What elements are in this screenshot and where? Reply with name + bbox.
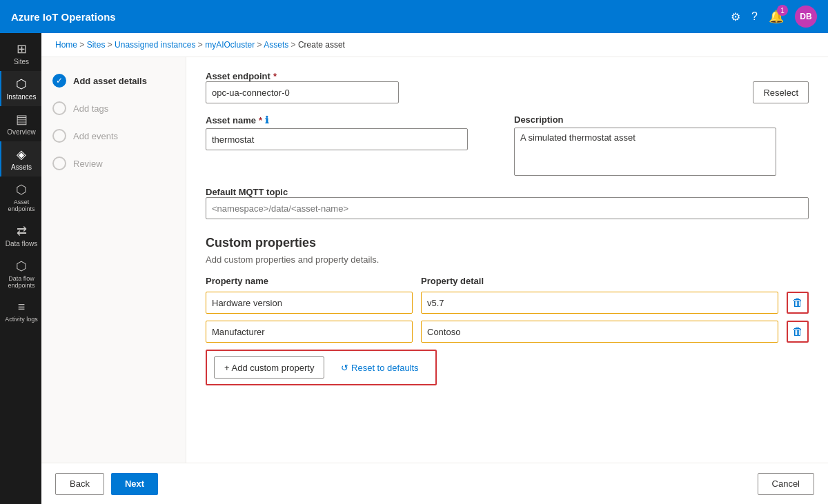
settings-icon[interactable]: ⚙ bbox=[731, 10, 740, 23]
step-label-add-asset-details: Add asset details bbox=[73, 76, 147, 86]
delete-property-button-0[interactable]: 🗑 bbox=[787, 292, 809, 314]
assets-icon: ◈ bbox=[17, 147, 26, 162]
sidebar-item-asset-endpoints[interactable]: ⬡ Asset endpoints bbox=[0, 177, 41, 218]
info-icon-asset-name[interactable]: ℹ bbox=[265, 114, 268, 125]
sidebar-item-overview[interactable]: ▤ Overview bbox=[0, 106, 41, 141]
description-group: Description A simulated thermostat asset bbox=[514, 114, 809, 176]
mqtt-topic-label: Default MQTT topic bbox=[206, 187, 809, 197]
breadcrumb-unassigned[interactable]: Unassigned instances bbox=[115, 40, 195, 50]
form-panel: Asset endpoint * Reselect Asset name bbox=[186, 57, 828, 463]
cancel-button[interactable]: Cancel bbox=[758, 473, 814, 495]
asset-name-label: Asset name * ℹ bbox=[206, 114, 500, 125]
notification-badge: 1 bbox=[777, 5, 788, 16]
sidebar-label-instances: Instances bbox=[7, 93, 37, 101]
sites-icon: ⊞ bbox=[17, 41, 27, 57]
mqtt-topic-section: Default MQTT topic bbox=[206, 187, 809, 219]
property-name-input-0[interactable] bbox=[206, 292, 413, 314]
sidebar-item-data-flow-endpoints[interactable]: ⬡ Data flow endpoints bbox=[0, 253, 41, 294]
property-detail-header: Property detail bbox=[421, 276, 809, 286]
avatar[interactable]: DB bbox=[795, 6, 817, 28]
wizard-panel: ✓ Add asset details Add tags Add events … bbox=[41, 57, 186, 463]
topbar-icons: ⚙ ? 🔔 1 DB bbox=[731, 6, 817, 28]
sidebar-label-asset-endpoints: Asset endpoints bbox=[4, 199, 39, 212]
breadcrumb-cluster[interactable]: myAIOcluster bbox=[205, 40, 255, 50]
sidebar-label-data-flows: Data flows bbox=[6, 240, 38, 248]
step-label-review: Review bbox=[73, 159, 103, 169]
breadcrumb-sites[interactable]: Sites bbox=[87, 40, 106, 50]
property-row-1: 🗑 bbox=[206, 321, 809, 343]
overview-icon: ▤ bbox=[16, 112, 28, 127]
asset-endpoint-section: Asset endpoint * Reselect bbox=[206, 71, 809, 103]
step-circle-4 bbox=[52, 157, 66, 170]
mqtt-topic-input[interactable] bbox=[206, 197, 809, 219]
property-row-0: 🗑 bbox=[206, 292, 809, 314]
content-area: Home > Sites > Unassigned instances > my… bbox=[41, 33, 828, 504]
asset-name-description-row: Asset name * ℹ Description A simulated t… bbox=[206, 114, 809, 176]
description-input[interactable]: A simulated thermostat asset bbox=[514, 128, 776, 176]
delete-property-button-1[interactable]: 🗑 bbox=[787, 321, 809, 343]
bottom-bar: Back Next Cancel bbox=[41, 463, 828, 504]
instances-icon: ⬡ bbox=[16, 77, 27, 92]
wizard-step-review[interactable]: Review bbox=[52, 157, 175, 170]
required-asterisk-endpoint: * bbox=[273, 71, 277, 81]
breadcrumb: Home > Sites > Unassigned instances > my… bbox=[41, 33, 828, 57]
reset-to-defaults-button[interactable]: ↺ Reset to defaults bbox=[331, 356, 428, 379]
sidebar-label-overview: Overview bbox=[7, 128, 36, 136]
topbar: Azure IoT Operations ⚙ ? 🔔 1 DB bbox=[0, 0, 828, 33]
description-label: Description bbox=[514, 114, 809, 125]
asset-name-input[interactable] bbox=[206, 128, 468, 150]
required-asterisk-name: * bbox=[259, 115, 262, 125]
wizard-step-add-events[interactable]: Add events bbox=[52, 129, 175, 143]
sidebar-item-data-flows[interactable]: ⇄ Data flows bbox=[0, 218, 41, 253]
sidebar-label-assets: Assets bbox=[11, 163, 32, 171]
sidebar-label-activity-logs: Activity logs bbox=[5, 316, 38, 323]
reselect-button[interactable]: Reselect bbox=[753, 81, 809, 103]
sidebar: ⊞ Sites ⬡ Instances ▤ Overview ◈ Assets … bbox=[0, 33, 41, 504]
property-detail-input-0[interactable] bbox=[421, 292, 778, 314]
custom-properties-title: Custom properties bbox=[206, 236, 809, 250]
step-circle-2 bbox=[52, 101, 66, 115]
property-name-header: Property name bbox=[206, 276, 413, 286]
app-title: Azure IoT Operations bbox=[11, 11, 722, 23]
breadcrumb-assets[interactable]: Assets bbox=[264, 40, 288, 50]
step-label-add-events: Add events bbox=[73, 131, 118, 141]
asset-name-group: Asset name * ℹ bbox=[206, 114, 500, 176]
asset-endpoints-icon: ⬡ bbox=[16, 182, 27, 197]
endpoint-input-wrap bbox=[206, 81, 747, 103]
sidebar-label-sites: Sites bbox=[14, 58, 29, 65]
sidebar-item-activity-logs[interactable]: ≡ Activity logs bbox=[0, 294, 41, 328]
next-button[interactable]: Next bbox=[111, 473, 158, 495]
property-detail-input-1[interactable] bbox=[421, 321, 778, 343]
custom-properties-desc: Add custom properties and property detai… bbox=[206, 254, 809, 265]
sidebar-item-sites[interactable]: ⊞ Sites bbox=[0, 36, 41, 71]
endpoint-row: Reselect bbox=[206, 81, 809, 103]
help-icon[interactable]: ? bbox=[751, 10, 758, 23]
activity-logs-icon: ≡ bbox=[18, 300, 26, 314]
notification-icon[interactable]: 🔔 1 bbox=[769, 9, 784, 24]
property-headers: Property name Property detail bbox=[206, 276, 809, 286]
sidebar-item-instances[interactable]: ⬡ Instances bbox=[0, 71, 41, 106]
wizard-step-add-tags[interactable]: Add tags bbox=[52, 101, 175, 115]
step-label-add-tags: Add tags bbox=[73, 103, 108, 114]
data-flow-endpoints-icon: ⬡ bbox=[16, 259, 27, 274]
custom-properties-section: Custom properties Add custom properties … bbox=[206, 236, 809, 385]
add-custom-property-button[interactable]: + Add custom property bbox=[214, 356, 324, 379]
property-name-input-1[interactable] bbox=[206, 321, 413, 343]
back-button[interactable]: Back bbox=[55, 473, 104, 495]
asset-endpoint-label: Asset endpoint * bbox=[206, 71, 809, 81]
wizard-step-add-asset-details[interactable]: ✓ Add asset details bbox=[52, 74, 175, 88]
step-circle-1: ✓ bbox=[52, 74, 66, 88]
page-body: ✓ Add asset details Add tags Add events … bbox=[41, 57, 828, 463]
action-buttons-row: + Add custom property ↺ Reset to default… bbox=[206, 350, 437, 385]
asset-endpoint-input[interactable] bbox=[206, 81, 399, 103]
data-flows-icon: ⇄ bbox=[17, 223, 27, 239]
sidebar-item-assets[interactable]: ◈ Assets bbox=[0, 141, 41, 177]
sidebar-label-data-flow-endpoints: Data flow endpoints bbox=[4, 275, 39, 289]
step-circle-3 bbox=[52, 129, 66, 143]
breadcrumb-current: Create asset bbox=[298, 40, 345, 50]
breadcrumb-home[interactable]: Home bbox=[55, 40, 77, 50]
